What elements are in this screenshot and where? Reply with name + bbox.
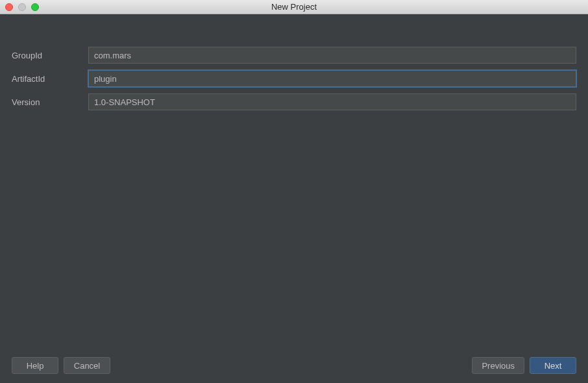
next-button[interactable]: Next xyxy=(530,357,576,374)
close-window-button[interactable] xyxy=(5,3,13,11)
form-area: GroupId ArtifactId Version xyxy=(12,14,576,110)
right-button-group: Previous Next xyxy=(472,357,576,374)
titlebar: New Project xyxy=(0,0,588,14)
artifact-id-row: ArtifactId xyxy=(12,70,576,87)
left-button-group: Help Cancel xyxy=(12,357,110,374)
traffic-lights xyxy=(5,3,39,11)
version-input[interactable] xyxy=(88,93,576,110)
minimize-window-button[interactable] xyxy=(18,3,26,11)
maximize-window-button[interactable] xyxy=(31,3,39,11)
help-button[interactable]: Help xyxy=(12,357,58,374)
bottom-bar: Help Cancel Previous Next xyxy=(12,357,576,374)
window-title: New Project xyxy=(271,2,317,12)
group-id-label: GroupId xyxy=(12,51,88,60)
version-row: Version xyxy=(12,93,576,110)
content-area: GroupId ArtifactId Version Help Cancel P… xyxy=(0,14,588,383)
artifact-id-input[interactable] xyxy=(88,70,576,87)
previous-button[interactable]: Previous xyxy=(472,357,524,374)
group-id-row: GroupId xyxy=(12,47,576,64)
version-label: Version xyxy=(12,97,88,107)
cancel-button[interactable]: Cancel xyxy=(64,357,110,374)
artifact-id-label: ArtifactId xyxy=(12,74,88,84)
group-id-input[interactable] xyxy=(88,47,576,64)
